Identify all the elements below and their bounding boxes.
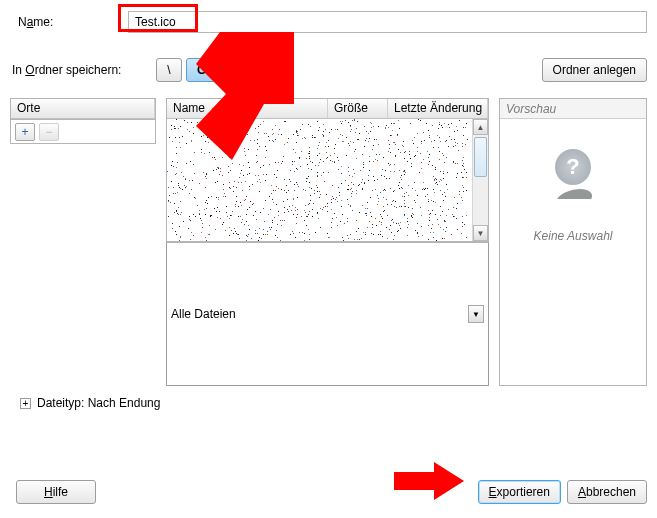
- preview-empty-label: Keine Auswahl: [534, 229, 613, 243]
- export-button[interactable]: Exportieren: [478, 480, 561, 504]
- file-type-filter-select[interactable]: Alle Dateien ▼: [166, 242, 489, 386]
- scroll-up-icon[interactable]: ▲: [473, 119, 488, 135]
- places-panel: Orte ▲ ▼: [10, 98, 156, 120]
- name-label: Name:: [10, 15, 120, 29]
- help-button[interactable]: Hilfe: [16, 480, 96, 504]
- column-size-header[interactable]: Größe: [328, 99, 388, 118]
- path-segment-root[interactable]: \: [156, 58, 182, 82]
- plus-icon: +: [20, 398, 31, 409]
- question-mark-icon: ?: [548, 149, 598, 199]
- remove-place-button[interactable]: −: [39, 123, 59, 141]
- filetype-expander[interactable]: +Dateityp: Nach Endung: [10, 396, 647, 410]
- column-date-header[interactable]: Letzte Änderung: [388, 99, 488, 118]
- annotation-arrow-large: [182, 28, 300, 164]
- scroll-down-icon[interactable]: ▼: [473, 225, 488, 241]
- scroll-thumb[interactable]: [474, 137, 487, 177]
- dropdown-arrow-icon[interactable]: ▼: [468, 305, 484, 323]
- preview-panel: Vorschau ? Keine Auswahl: [499, 98, 647, 386]
- svg-marker-6: [196, 32, 294, 160]
- cancel-button[interactable]: Abbrechen: [567, 480, 647, 504]
- places-toolbar: + −: [10, 120, 156, 144]
- preview-header: Vorschau: [500, 99, 646, 119]
- scrollbar[interactable]: ▲ ▼: [472, 119, 488, 241]
- save-in-folder-label: In Ordner speichern:: [10, 63, 148, 77]
- create-folder-button[interactable]: Ordner anlegen: [542, 58, 647, 82]
- places-header[interactable]: Orte: [11, 99, 155, 118]
- annotation-arrow-small: [394, 460, 464, 502]
- svg-marker-7: [394, 462, 464, 500]
- add-place-button[interactable]: +: [15, 123, 35, 141]
- file-type-filter-value: Alle Dateien: [171, 307, 236, 321]
